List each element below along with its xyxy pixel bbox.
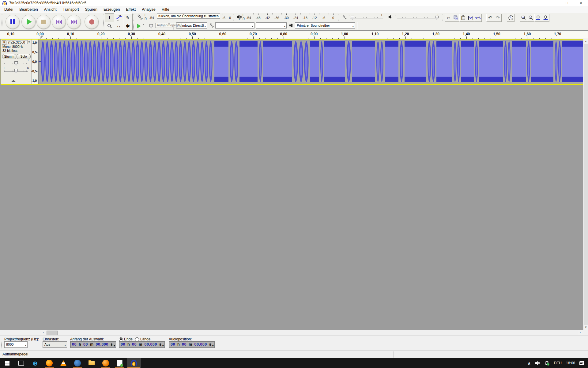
mixer-toolbar-grip[interactable]: [338, 14, 339, 21]
horizontal-scrollbar[interactable]: ‹ ›: [0, 330, 588, 335]
paste-button[interactable]: [459, 14, 467, 22]
hidden-icons-chevron[interactable]: ∧: [528, 361, 531, 366]
menu-bearbeiten[interactable]: Bearbeiten: [16, 6, 41, 13]
track-collapse-button[interactable]: [11, 80, 16, 82]
sync-lock-button[interactable]: [507, 14, 514, 22]
envelope-tool-button[interactable]: [114, 13, 123, 22]
record-volume-slider[interactable]: [350, 18, 383, 18]
menu-ansicht[interactable]: Ansicht: [41, 6, 60, 13]
speed-slider-thumb[interactable]: [149, 24, 153, 29]
track-menu-arrow-icon[interactable]: ▼: [28, 41, 30, 44]
vertical-scrollbar[interactable]: ▲ ▼: [583, 39, 588, 330]
redo-button[interactable]: ↷: [494, 14, 502, 22]
track-close-button[interactable]: ✕: [2, 40, 6, 45]
menu-transport[interactable]: Transport: [60, 6, 82, 13]
track-area[interactable]: ✕ 7fa2c325c0 ▼ Mono, 8000Hz 32-bit float…: [0, 39, 588, 330]
record-volume-slider-thumb[interactable]: [351, 16, 354, 20]
playback-volume-slider-thumb[interactable]: [435, 16, 439, 20]
playback-meter-grip[interactable]: [233, 14, 234, 21]
skip-to-start-button[interactable]: [52, 15, 66, 29]
transcription-toolbar-grip[interactable]: [133, 23, 134, 29]
vertical-scrollbar-thumb[interactable]: [584, 44, 588, 325]
menu-hilfe[interactable]: Hilfe: [159, 6, 172, 13]
undo-button[interactable]: ↶: [486, 14, 494, 22]
zoom-in-button[interactable]: [520, 14, 527, 22]
project-rate-select[interactable]: 8000▾: [4, 341, 28, 348]
multi-tool-button[interactable]: ∗: [123, 22, 133, 30]
selection-start-field[interactable]: 00 h 00 m 00,000 s▾: [70, 341, 116, 348]
scroll-left-arrow[interactable]: ‹: [41, 330, 46, 335]
maximize-button[interactable]: □: [560, 0, 574, 6]
close-button[interactable]: ✕: [574, 0, 588, 6]
transport-toolbar-grip[interactable]: [2, 14, 2, 29]
playback-volume-slider[interactable]: [397, 18, 438, 18]
taskbar-app-firefox[interactable]: [42, 358, 56, 368]
task-view-button[interactable]: [14, 358, 28, 368]
copy-button[interactable]: [452, 14, 460, 22]
taskbar-app-edge[interactable]: e: [28, 358, 42, 368]
start-button[interactable]: [0, 358, 14, 368]
recording-device-select[interactable]: ▾: [215, 22, 254, 29]
tools-toolbar-grip[interactable]: [103, 14, 104, 29]
pan-slider-thumb[interactable]: [14, 69, 18, 73]
menu-analyse[interactable]: Analyse: [139, 6, 158, 13]
taskbar-app-audacity[interactable]: [127, 358, 141, 368]
track-title[interactable]: 7fa2c325c0: [7, 40, 28, 44]
scroll-right-arrow[interactable]: ›: [578, 330, 582, 335]
scroll-up-arrow[interactable]: ▲: [583, 39, 588, 44]
play-button[interactable]: [21, 15, 36, 29]
horizontal-scrollbar-thumb[interactable]: [47, 331, 58, 335]
scroll-down-arrow[interactable]: ▼: [583, 325, 588, 330]
taskbar-app-vlc[interactable]: [56, 358, 70, 368]
cut-button[interactable]: ✂: [445, 14, 452, 22]
timeshift-tool-button[interactable]: ↔: [114, 22, 123, 30]
taskbar-app-notepad[interactable]: [113, 358, 127, 368]
track-waveform[interactable]: [39, 40, 583, 84]
play-at-speed-button[interactable]: [135, 22, 142, 29]
taskbar-clock[interactable]: 18:06: [566, 361, 575, 365]
gain-slider-thumb[interactable]: [14, 61, 18, 66]
pause-button[interactable]: [6, 15, 20, 29]
audio-position-field[interactable]: 00 h 00 m 00,000 s▾: [169, 341, 215, 348]
action-center-icon[interactable]: [579, 361, 584, 365]
playback-meter-dropdown-arrow[interactable]: ▾: [239, 18, 240, 21]
fit-selection-button[interactable]: [534, 14, 542, 22]
menu-erzeugen[interactable]: Erzeugen: [100, 6, 123, 13]
playback-device-select[interactable]: Primärer Soundtreiber▾: [295, 22, 355, 29]
zoom-tool-button[interactable]: [105, 22, 114, 30]
mute-button[interactable]: Stumm: [2, 54, 16, 59]
skip-to-end-button[interactable]: [67, 15, 81, 29]
record-meter-dropdown-arrow[interactable]: ▾: [141, 17, 143, 20]
snap-to-select[interactable]: Aus▾: [43, 341, 67, 348]
taskbar-app-orange-browser[interactable]: [99, 358, 113, 368]
fit-project-button[interactable]: [542, 14, 549, 22]
tray-sync-icon[interactable]: ✓: [544, 360, 550, 366]
edit-toolbar-grip[interactable]: [442, 14, 443, 21]
minimize-button[interactable]: ─: [546, 0, 560, 6]
amplitude-minor-tick: [38, 48, 38, 48]
taskbar-app-thunderbird[interactable]: [70, 358, 85, 368]
menu-spuren[interactable]: Spuren: [82, 6, 100, 13]
track-control-panel[interactable]: ✕ 7fa2c325c0 ▼ Mono, 8000Hz 32-bit float…: [1, 40, 32, 84]
taskbar-app-explorer[interactable]: [85, 358, 99, 368]
stop-button[interactable]: [36, 15, 51, 29]
vertical-ruler[interactable]: 1,00,50,0-0,5-1,0: [32, 40, 39, 84]
menu-effekt[interactable]: Effekt: [123, 6, 139, 13]
playback-meter[interactable]: -54-48-42-36-30-24-18-12-60: [246, 13, 337, 21]
tray-volume-icon[interactable]: [535, 361, 540, 366]
selection-tool-button[interactable]: I: [105, 13, 114, 22]
keyboard-language[interactable]: DEU: [554, 361, 562, 365]
record-button[interactable]: [85, 15, 99, 29]
zoom-out-button[interactable]: [527, 14, 535, 22]
selection-end-field[interactable]: 00 h 00 m 00,000 s▾: [119, 341, 165, 348]
draw-tool-button[interactable]: ✎: [123, 13, 133, 22]
recording-channels-select[interactable]: ▾: [256, 22, 287, 29]
radio-length[interactable]: Länge: [135, 337, 150, 341]
selection-toolbar-grip[interactable]: [1, 337, 2, 349]
silence-audio-button[interactable]: [474, 14, 482, 22]
timeline-ruler[interactable]: - 0,100,000,100,200,300,400,500,600,700,…: [0, 31, 588, 39]
recording-meter-grip[interactable]: [133, 14, 134, 21]
radio-end[interactable]: Ende: [119, 337, 133, 341]
trim-audio-button[interactable]: [467, 14, 474, 22]
menu-datei[interactable]: Datei: [1, 6, 16, 13]
